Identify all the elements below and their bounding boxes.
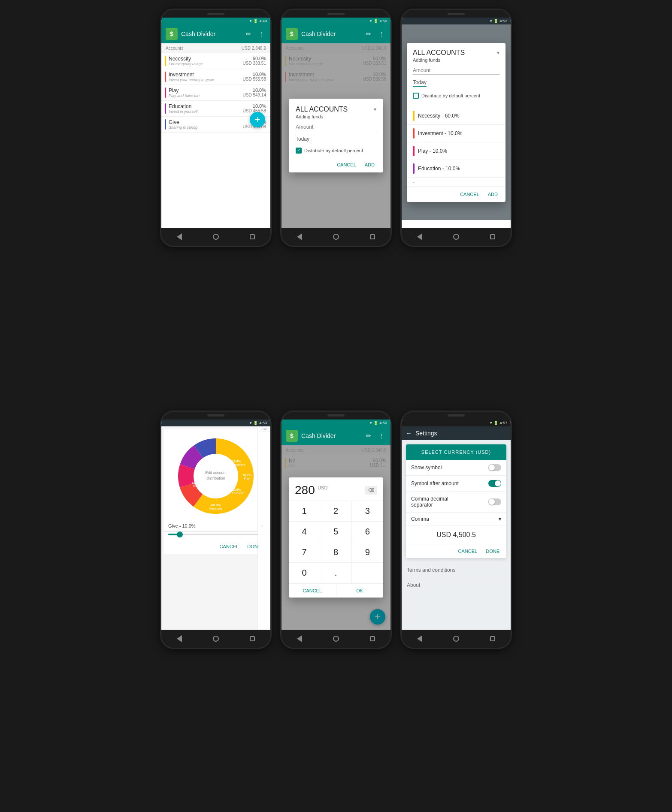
edit-icon-5[interactable]: ✏	[364, 431, 373, 441]
account-right-play-1: 10.0% USD 549.14	[243, 88, 266, 98]
status-bar-2: ▾ 🔋 4:50	[282, 18, 390, 24]
numpad-key-0[interactable]: 0	[289, 563, 320, 583]
dropdown-icon-3[interactable]: ▾	[497, 50, 499, 56]
dialog-checkbox-row-2: ✓ Distribute by default percent	[296, 148, 376, 154]
dialog-list-item-necessity-3[interactable]: Necessity - 60.0%	[407, 107, 506, 125]
cancel-btn-3[interactable]: CANCEL	[458, 190, 481, 199]
add-btn-2[interactable]: ADD	[363, 160, 376, 169]
nav-back-3[interactable]	[415, 232, 424, 241]
slider-track-4[interactable]	[168, 534, 263, 535]
app-bar-5: $ Cash Divider ✏ ⋮	[282, 426, 390, 445]
nav-recents-2[interactable]	[368, 232, 377, 241]
distribute-checkbox-3[interactable]	[413, 93, 419, 99]
nav-back-1[interactable]	[175, 232, 184, 241]
nav-back-4[interactable]	[175, 634, 184, 643]
distribute-checkbox-2[interactable]: ✓	[296, 148, 302, 154]
numpad-delete-btn-5[interactable]: ⌫	[365, 486, 377, 495]
nav-recents-3[interactable]	[488, 232, 497, 241]
settings-done-btn-6[interactable]: DONE	[484, 547, 501, 555]
nav-home-4[interactable]	[212, 634, 220, 643]
add-btn-3[interactable]: ADD	[486, 190, 499, 199]
terms-link-6[interactable]: Terms and conditions	[402, 562, 511, 577]
account-row-investment-1[interactable]: Investment Invest your money to grow 10.…	[161, 69, 270, 85]
cancel-btn-4[interactable]: CANCEL	[218, 542, 241, 551]
peek-header-4: USD	[258, 427, 270, 432]
numpad-key-8[interactable]: 8	[320, 542, 351, 563]
nav-back-6[interactable]	[415, 634, 424, 643]
account-name-play-1: Play	[169, 88, 240, 94]
numpad-key-5[interactable]: 5	[320, 522, 351, 542]
wifi-icon-5: ▾	[370, 421, 372, 425]
dialog-list-item-education-3[interactable]: Education - 10.0%	[407, 160, 506, 178]
back-arrow-6[interactable]: ←	[406, 430, 412, 437]
numpad-key-2[interactable]: 2	[320, 501, 351, 522]
numpad-key-3[interactable]: 3	[352, 501, 383, 522]
phone-3: ▾ 🔋 4:52 ALL ACCOUNTS ▾ Adding funds	[400, 9, 512, 247]
amount-input-3[interactable]	[413, 66, 499, 75]
numpad-cancel-5[interactable]: CANCEL	[289, 584, 336, 598]
select-currency-btn-6[interactable]: SELECT CURRENCY (USD)	[406, 444, 506, 460]
status-bar-6: ▾ 🔋 4:57	[402, 420, 511, 426]
time-4: 4:53	[259, 421, 267, 425]
comma-dropdown-row-6[interactable]: Comma ▾	[406, 513, 506, 526]
numpad-key-7[interactable]: 7	[289, 542, 320, 563]
settings-preview-6: USD 4,500.5	[406, 526, 506, 544]
distribute-label-2: Distribute by default percent	[304, 148, 363, 153]
more-icon-1[interactable]: ⋮	[257, 29, 266, 39]
more-icon-5[interactable]: ⋮	[377, 431, 386, 441]
donut-wrap-4: Edit account distribution 60.0% Necessit…	[164, 429, 268, 521]
fab-1[interactable]: +	[250, 112, 265, 127]
dialog-account-selector-3[interactable]: ALL ACCOUNTS	[413, 49, 465, 57]
numpad-key-4[interactable]: 4	[289, 522, 320, 542]
speaker-4	[207, 414, 224, 417]
numpad-key-6[interactable]: 6	[352, 522, 383, 542]
nav-home-2[interactable]	[332, 232, 340, 241]
edit-icon-2[interactable]: ✏	[364, 29, 373, 39]
nav-recents-6[interactable]	[488, 634, 497, 643]
nav-home-5[interactable]	[332, 634, 340, 643]
nav-home-3[interactable]	[452, 232, 460, 241]
nav-back-2[interactable]	[295, 232, 304, 241]
battery-icon-4: 🔋	[253, 421, 258, 425]
dialog-date-3[interactable]: Today	[413, 79, 427, 87]
comma-decimal-toggle-6[interactable]	[488, 498, 501, 505]
settings-cancel-btn-6[interactable]: CANCEL	[457, 547, 479, 555]
show-symbol-toggle-6[interactable]	[488, 464, 501, 471]
numpad-key-dot[interactable]: .	[320, 563, 351, 583]
color-bar-play-1	[165, 88, 166, 98]
numpad-ok-5[interactable]: OK	[336, 584, 384, 598]
account-row-play-1[interactable]: Play Play and have fun 10.0% USD 549.14	[161, 85, 270, 101]
nav-recents-1[interactable]	[248, 232, 257, 241]
nav-back-5[interactable]	[295, 634, 304, 643]
dialog-list-item-play-3[interactable]: Play - 10.0%	[407, 142, 506, 160]
dialog-date-2[interactable]: Today	[296, 136, 309, 143]
edit-icon-1[interactable]: ✏	[244, 29, 253, 39]
label-investment-4: 10.0%	[232, 460, 241, 463]
nav-home-1[interactable]	[212, 232, 220, 241]
settings-dialog-actions-6: CANCEL DONE	[406, 544, 506, 558]
phone-screen-4: ▾ 🔋 4:53	[161, 420, 270, 630]
slider-thumb-4[interactable]	[177, 531, 183, 537]
nav-recents-4[interactable]	[248, 634, 257, 643]
numpad-key-9[interactable]: 9	[352, 542, 383, 563]
nav-recents-5[interactable]	[368, 634, 377, 643]
about-link-6[interactable]: About	[402, 577, 511, 592]
more-icon-2[interactable]: ⋮	[377, 29, 386, 39]
speaker-6	[448, 414, 465, 417]
dialog-overlay-5: 280 USD ⌫ 1 2 3 4 5 6 7	[282, 445, 390, 630]
dialog-list-item-investment-3[interactable]: Investment - 10.0%	[407, 125, 506, 142]
wifi-icon-2: ▾	[370, 19, 372, 23]
settings-app-bar-6: ← Settings	[402, 426, 511, 440]
logo-text-2: $	[290, 30, 294, 37]
dropdown-icon-2[interactable]: ▾	[374, 106, 376, 112]
dialog-account-selector-2[interactable]: ALL ACCOUNTS	[296, 106, 348, 113]
status-icons-3: ▾ 🔋 4:52	[490, 19, 507, 23]
symbol-after-toggle-6[interactable]	[488, 480, 501, 487]
battery-icon-5: 🔋	[373, 421, 378, 425]
numpad-key-1[interactable]: 1	[289, 501, 320, 522]
account-row-necessity-1[interactable]: Necessity For everyday usage 60.0% USD 3…	[161, 53, 270, 69]
cancel-btn-2[interactable]: CANCEL	[335, 160, 358, 169]
selected-account-dropdown-4[interactable]: Give - 10.0% ▾	[164, 521, 268, 532]
nav-home-6[interactable]	[452, 634, 460, 643]
amount-input-2[interactable]	[296, 123, 376, 131]
